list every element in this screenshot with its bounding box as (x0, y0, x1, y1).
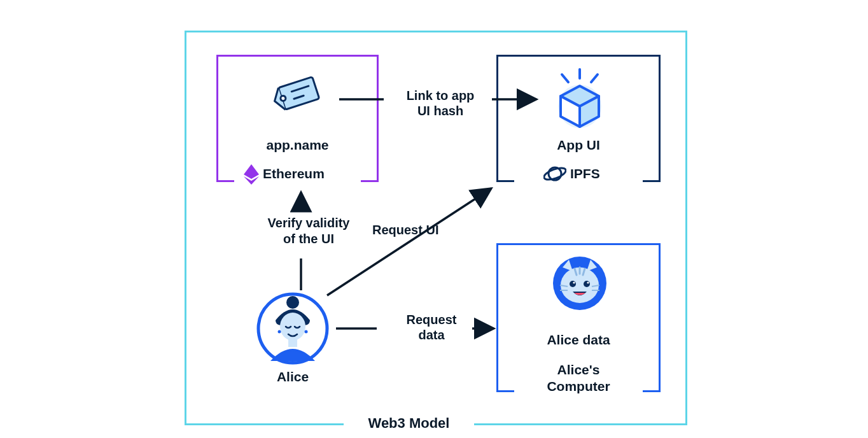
planet-icon (543, 164, 566, 183)
alice-avatar-icon (256, 292, 329, 365)
alice-computer-label-l1: Alice's (557, 362, 600, 377)
svg-point-19 (570, 281, 576, 287)
svg-point-14 (543, 166, 566, 181)
svg-rect-32 (288, 338, 297, 346)
outer-frame-border (185, 423, 344, 425)
label-link-to-app: Link to app UI hash (389, 88, 491, 118)
alice-data-label: Alice data (496, 332, 661, 348)
label-reqdata-l1: Request (407, 313, 457, 327)
ipfs-label: IPFS (570, 166, 600, 181)
svg-point-22 (587, 281, 589, 283)
alice-label: Alice (242, 369, 344, 385)
svg-rect-0 (278, 77, 319, 110)
svg-point-1 (280, 95, 286, 101)
label-request-ui: Request UI (372, 223, 438, 237)
svg-line-8 (591, 74, 598, 82)
arrow-request-ui (325, 183, 515, 311)
app-name-label: app.name (216, 138, 379, 153)
ethereum-icon (243, 164, 260, 185)
svg-point-33 (278, 330, 281, 334)
outer-frame-border (474, 423, 687, 425)
svg-line-7 (562, 74, 568, 82)
label-link-l2: UI hash (417, 104, 463, 118)
alice-computer-label-l2: Computer (547, 379, 610, 393)
diagram-title: Web3 Model (347, 415, 471, 432)
tag-icon (271, 73, 325, 115)
ethereum-label: Ethereum (263, 166, 325, 181)
svg-point-20 (584, 281, 590, 287)
app-ui-label: App UI (496, 138, 661, 153)
svg-point-21 (573, 281, 575, 283)
svg-line-39 (327, 188, 491, 295)
label-link-l1: Link to app (407, 88, 475, 102)
label-request-data: Request data (387, 312, 476, 343)
svg-point-28 (286, 296, 299, 309)
cube-icon (550, 67, 609, 131)
label-reqdata-l2: data (418, 328, 444, 342)
svg-marker-4 (244, 164, 259, 179)
svg-point-34 (305, 330, 308, 334)
cat-avatar-icon (551, 255, 608, 312)
alice-computer-label: Alice's Computer (496, 362, 661, 395)
